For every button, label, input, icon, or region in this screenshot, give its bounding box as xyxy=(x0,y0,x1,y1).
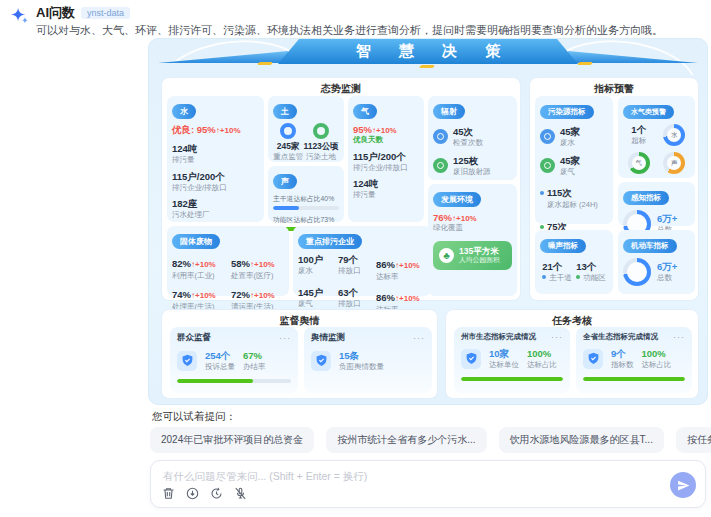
solid-stat: 74%↑+10% 处理率(生活) xyxy=(172,284,225,312)
assistant-tag: ynst-data xyxy=(81,7,130,19)
card-menu-icon[interactable]: ··· xyxy=(279,333,291,343)
vehicle-gauge xyxy=(623,258,651,286)
banner-accent xyxy=(419,65,435,68)
history-icon[interactable] xyxy=(210,487,223,500)
panel-task-assessment: 任务考核 州市生态指标完成情况 ··· 10家 达标单位 100% 达标占比 xyxy=(445,309,699,399)
noise-indicators-badge: 噪声指标 xyxy=(540,239,586,253)
realtime-warning-badge: 水气类预警 xyxy=(623,105,674,119)
solid-stat: 58%↑+10% 处置率(医疗) xyxy=(231,253,284,281)
dashboard-card: 智 慧 决 策 态势监测 水 优良: 95%↑+10% 124吨 排污量 115… xyxy=(148,38,708,405)
shield-icon xyxy=(311,351,331,371)
question-input[interactable] xyxy=(163,467,603,485)
eco-sub: 绿化覆盖 xyxy=(433,223,512,233)
card-province-indicators: 全省生态指标完成情况 ··· 9个 指标数 100% 达标占比 xyxy=(576,327,692,393)
sensing-badge: 感知指标 xyxy=(623,191,669,205)
soil-badge: 土 xyxy=(273,104,297,119)
shield-icon xyxy=(583,349,603,369)
air-sub: 优良天数 xyxy=(353,135,419,145)
block-radiation: 辐射 45次 检查次数 125枚 废旧放射源 xyxy=(428,96,517,180)
suggestion-chip[interactable]: 2024年已审批环评项目的总资金 xyxy=(150,427,314,453)
panel-supervision-opinion: 监督舆情 群众监督 ··· 254个 投诉总量 67% 办结率 xyxy=(161,309,438,399)
block-eco-environment: 发展环境 76%↑+10% 绿化覆盖 ♣ 135平方米 人均公园面积 xyxy=(428,184,517,296)
panel-indicator-warning: 指标预警 污染源指标 45家 废水 45家 废气 115次 废水超标 (24H) xyxy=(529,77,699,301)
mic-off-icon[interactable] xyxy=(234,487,247,500)
card-menu-icon[interactable]: ··· xyxy=(673,332,685,342)
key-polluters-badge: 重点排污企业 xyxy=(298,234,362,249)
source-stat: 45家 废气 xyxy=(540,155,608,177)
card-stat: 10家 达标单位 xyxy=(489,348,519,370)
download-icon[interactable] xyxy=(186,487,199,500)
assistant-title: AI问数 xyxy=(36,4,75,22)
soil-stat: 245家 重点监管 xyxy=(273,123,303,161)
noise-bar: 主干道达标占比40% xyxy=(273,194,339,210)
block-soil: 土 245家 重点监管 1123公顷 污染土地 xyxy=(268,96,344,162)
assistant-sparkle-icon xyxy=(8,5,30,27)
block-key-polluters: 重点排污企业 100户废水 79个排放口 86%↑+10%达标率 145户废气 … xyxy=(293,226,431,296)
suggestion-chip[interactable]: 按州市统计全省有多少个污水... xyxy=(326,427,486,453)
send-button[interactable] xyxy=(670,472,696,498)
radiation-source-icon xyxy=(433,158,448,173)
suggestion-chip[interactable]: 饮用水源地风险源最多的区县T... xyxy=(499,427,664,453)
eco-trend: ↑+10% xyxy=(452,214,477,223)
block-solid-waste: 固体废物 82%↑+10% 利用率(工业) 58%↑+10% 处置率(医疗) 7… xyxy=(167,226,289,296)
eco-badge: 发展环境 xyxy=(433,192,481,207)
banner-accent xyxy=(577,62,593,65)
ring-gauge-water: 水 xyxy=(663,124,685,146)
noise-idx-stat: 13个 功能区 xyxy=(576,261,606,283)
pollution-source-badge: 污染源指标 xyxy=(540,105,594,119)
block-pollution-source-indicators: 污染源指标 45家 废水 45家 废气 115次 废水超标 (24H) xyxy=(535,96,613,224)
source-alert: 115次 废水超标 (24H) xyxy=(540,182,608,210)
card-stat: 100% 达标占比 xyxy=(642,348,672,370)
card-public-supervision: 群众监督 ··· 254个 投诉总量 67% 办结率 xyxy=(170,327,298,393)
card-opinion-monitoring: 舆情监测 ··· 15条 负面舆情数量 xyxy=(304,327,432,393)
card-stat: 100% 达标占比 xyxy=(527,348,557,370)
send-icon xyxy=(677,479,690,492)
suggestion-chip[interactable]: 按任务状态分析2024年出动执... xyxy=(676,427,711,453)
card-menu-icon[interactable]: ··· xyxy=(551,332,563,342)
dashboard-banner-title: 智 慧 决 策 xyxy=(278,39,578,64)
composer xyxy=(150,460,706,508)
banner-accent xyxy=(257,62,273,65)
panel-title: 监督舆情 xyxy=(162,310,437,328)
eco-green-card: ♣ 135平方米 人均公园面积 xyxy=(433,241,512,270)
progress-bar xyxy=(461,377,563,381)
realtime-stat: 1个 超标 xyxy=(631,124,646,146)
card-city-indicators: 州市生态指标完成情况 ··· 10家 达标单位 100% 达标占比 xyxy=(454,327,570,393)
ring-gauge-noise: 声 xyxy=(663,152,685,174)
assistant-description: 可以对与水、大气、环评、排污许可、污染源、环境执法相关业务进行查询分析，提问时需… xyxy=(36,23,696,38)
soil-stat: 1123公顷 污染土地 xyxy=(303,123,338,161)
air-stat: 115户/200个 排污企业/排放口 xyxy=(353,151,419,173)
bar-fill xyxy=(273,206,299,210)
air-headline: 95% xyxy=(353,124,372,135)
card-menu-icon[interactable]: ··· xyxy=(413,333,425,343)
delete-icon[interactable] xyxy=(162,487,175,500)
card-stat: 15条 负面舆情数量 xyxy=(339,350,384,372)
block-vehicle-indicators: 机动车指标 6万+ 总数 xyxy=(618,230,695,294)
vehicle-badge: 机动车指标 xyxy=(623,239,677,253)
donut-icon xyxy=(280,123,296,139)
bullet-dot xyxy=(576,275,580,279)
panel-situation-monitoring: 态势监测 水 优良: 95%↑+10% 124吨 排污量 115户/200个 排… xyxy=(161,77,521,301)
polluters-row: 100户废水 79个排放口 86%↑+10%达标率 xyxy=(298,254,426,282)
bullet-dot xyxy=(540,225,544,229)
solid-waste-badge: 固体废物 xyxy=(172,234,220,249)
assistant-header: AI问数 ynst-data xyxy=(36,4,130,22)
card-stat: 67% 办结率 xyxy=(243,350,266,372)
block-sensing-indicators: 感知指标 6万+ 总数 xyxy=(618,182,695,226)
water-stat: 124吨 排污量 xyxy=(172,143,259,165)
ring-gauge-air: 气 xyxy=(628,152,650,174)
air-trend: ↑+10% xyxy=(372,126,397,135)
water-headline: 优良: 95% xyxy=(172,124,216,135)
solid-stat: 72%↑+10% 清运率(生活) xyxy=(231,284,284,312)
block-noise: 声 主干道达标占比40% 功能区达标占比73% xyxy=(268,166,344,222)
block-air: 气 95%↑+10% 优良天数 115户/200个 排污企业/排放口 124吨 … xyxy=(348,96,424,222)
shield-icon xyxy=(177,351,197,371)
wastewater-icon xyxy=(540,129,555,144)
noise-badge: 声 xyxy=(273,174,297,189)
block-water: 水 优良: 95%↑+10% 124吨 排污量 115户/200个 排污企业/排… xyxy=(167,96,264,222)
radiation-stat: 45次 检查次数 xyxy=(433,126,512,148)
card-stat: 254个 投诉总量 xyxy=(205,350,235,372)
suggestion-chips: 2024年已审批环评项目的总资金 按州市统计全省有多少个污水... 饮用水源地风… xyxy=(150,427,711,453)
suggest-label: 您可以试着提问： xyxy=(152,410,236,424)
water-stat: 115户/200个 排污企业/排放口 xyxy=(172,171,259,193)
